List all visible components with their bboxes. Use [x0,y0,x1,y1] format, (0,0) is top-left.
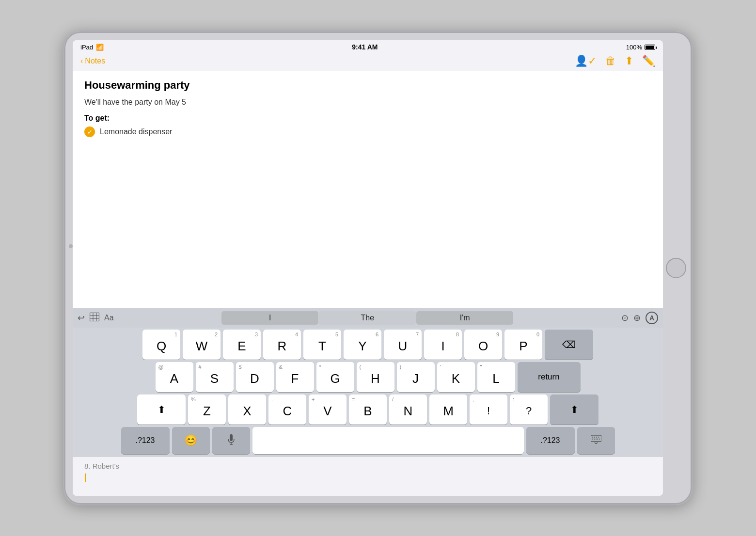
autocomplete-word-2[interactable]: The [319,311,416,325]
key-row-1: 1 Q 2 W 3 E 4 R 5 T [75,330,661,360]
space-key[interactable] [252,427,524,454]
key-b[interactable]: = B [349,394,387,425]
svg-rect-5 [230,434,233,441]
mic-key[interactable] [212,427,250,454]
share-icon[interactable]: ⬆ [625,55,633,67]
key-row-bottom: .?123 😊 [75,427,661,454]
key-q[interactable]: 1 Q [142,330,180,360]
autocomplete-bar: I The I'm [118,311,617,325]
return-key[interactable]: return [518,362,581,392]
svg-rect-8 [591,435,601,441]
shift-right-icon: ⬆ [570,404,579,415]
key-w[interactable]: 2 W [183,330,220,360]
note-body: We'll have the party on May 5 [84,96,651,108]
side-camera [69,244,73,248]
key-g[interactable]: * G [316,362,354,392]
key-h[interactable]: ( H [357,362,394,392]
trash-icon[interactable]: 🗑 [605,55,616,67]
battery-pct: 100% [626,44,642,51]
key-z[interactable]: % Z [188,394,226,425]
key-t[interactable]: 5 T [303,330,341,360]
emoji-key[interactable]: 😊 [172,427,210,454]
keyboard: 1 Q 2 W 3 E 4 R 5 T [73,328,663,457]
key-r[interactable]: 4 R [263,330,301,360]
clock: 9:41 AM [352,43,378,51]
key-c[interactable]: - C [268,394,306,425]
ipad-frame: iPad 📶 9:41 AM 100% ‹ Notes 👤✓ 🗑 ⬆ ✏️ [63,31,693,505]
note-subheading: To get: [84,114,651,123]
undo-icon[interactable]: ↩ [78,313,85,323]
return-label: return [538,372,559,382]
chevron-left-icon: ‹ [80,57,83,65]
key-m[interactable]: ; M [429,394,467,425]
back-button[interactable]: ‹ Notes [80,57,105,65]
key-k[interactable]: ' K [437,362,475,392]
contact-share-icon[interactable]: 👤✓ [575,55,597,67]
compose-icon[interactable]: ✏️ [642,55,655,67]
shift-left-icon: ⬆ [158,404,166,415]
key-s[interactable]: # S [196,362,234,392]
emoji-icon: 😊 [184,434,197,447]
key-d[interactable]: $ D [236,362,274,392]
key-row-2: @ A # S $ D & F * G [75,362,661,392]
shift-left-key[interactable]: ⬆ [137,394,186,425]
keyboard-toolbar: ↩ Aa I The I'm ⊙ ⊕ [73,308,663,328]
ipad-screen: iPad 📶 9:41 AM 100% ‹ Notes 👤✓ 🗑 ⬆ ✏️ [73,40,663,496]
continuation-list-item: 8. Robert's [84,461,651,472]
num-sym-right-key[interactable]: .?123 [526,427,575,454]
key-o[interactable]: 9 O [464,330,502,360]
num-sym-left-key[interactable]: .?123 [121,427,170,454]
text-format-icon[interactable]: A [646,312,658,324]
mic-icon [228,434,235,447]
key-v[interactable]: + V [309,394,346,425]
note-continuation[interactable]: 8. Robert's [73,457,663,496]
svg-rect-0 [90,313,99,321]
key-question[interactable]: : ? [510,394,548,425]
nav-bar: ‹ Notes 👤✓ 🗑 ⬆ ✏️ [73,53,663,71]
add-circle-icon[interactable]: ⊕ [633,313,641,323]
key-row-3: ⬆ % Z X - C + V = B [75,394,661,425]
checkmark-circle-icon[interactable]: ⊙ [621,313,629,323]
num-sym-left-label: .?123 [135,436,155,445]
key-i[interactable]: 8 I [424,330,462,360]
key-p[interactable]: 0 P [504,330,542,360]
battery-icon [645,45,655,50]
key-a[interactable]: @ A [156,362,193,392]
checklist-item: ✓ Lemonade dispenser [84,126,651,137]
check-icon: ✓ [84,126,95,137]
key-y[interactable]: 6 Y [344,330,381,360]
backspace-icon: ⌫ [562,339,576,350]
table-icon[interactable] [90,313,99,324]
status-bar: iPad 📶 9:41 AM 100% [73,40,663,53]
hide-keyboard-key[interactable] [577,427,615,454]
num-sym-right-label: .?123 [540,436,560,445]
backspace-key[interactable]: ⌫ [545,330,593,360]
key-n[interactable]: / N [389,394,427,425]
hide-keyboard-icon [591,435,601,446]
key-exclamation[interactable]: , ! [470,394,507,425]
note-title: Housewarming party [84,79,651,92]
key-j[interactable]: ) J [397,362,435,392]
checklist-item-text: Lemonade dispenser [100,127,172,136]
device-label: iPad [80,44,93,51]
key-x[interactable]: X [228,394,266,425]
key-u[interactable]: 7 U [384,330,422,360]
shift-right-key[interactable]: ⬆ [550,394,598,425]
wifi-icon: 📶 [96,44,104,51]
text-cursor [84,472,651,483]
note-content[interactable]: Housewarming party We'll have the party … [73,71,663,308]
key-f[interactable]: & F [276,362,314,392]
key-e[interactable]: 3 E [223,330,261,360]
autocomplete-word-1[interactable]: I [221,311,318,325]
format-aa-button[interactable]: Aa [104,314,114,322]
home-button[interactable] [666,258,686,278]
autocomplete-word-3[interactable]: I'm [416,311,513,325]
key-l[interactable]: " L [477,362,515,392]
back-label: Notes [85,57,105,65]
